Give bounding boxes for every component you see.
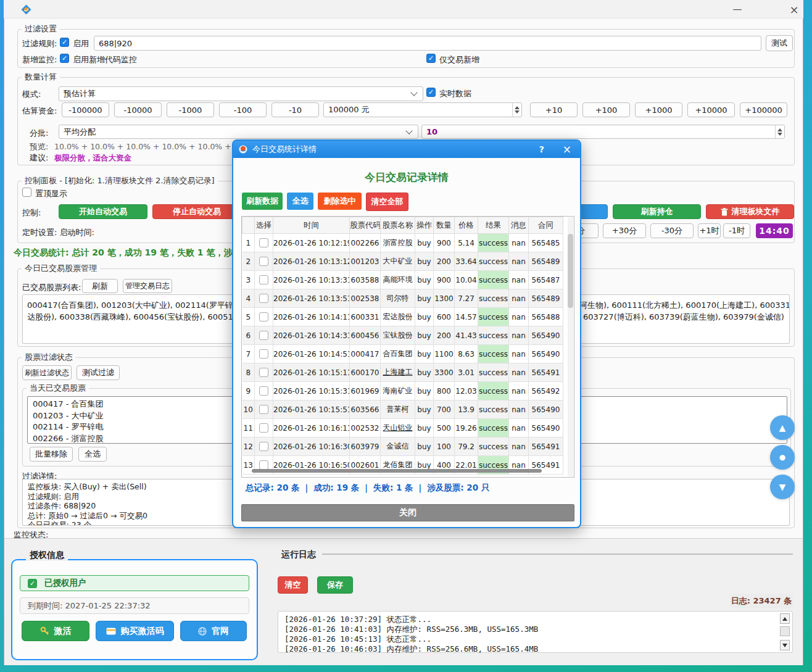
row-checkbox[interactable]	[259, 275, 268, 284]
batch-mode-select[interactable]: 平均分配	[59, 125, 418, 139]
column-header[interactable]: 合同	[529, 217, 563, 234]
log-scroll-up-button[interactable]	[780, 613, 790, 624]
table-row[interactable]: 92026-01-26 10:15:31601969海南矿业buy80012.0…	[242, 382, 563, 400]
official-website-button[interactable]: 官网	[180, 621, 247, 641]
capital-input[interactable]: 100000 元	[323, 102, 522, 117]
table-row[interactable]: 122026-01-26 10:16:30603979金诚信buy10079.2…	[242, 438, 563, 456]
row-checkbox[interactable]	[259, 294, 268, 303]
time-adjust-button[interactable]: +30分	[603, 223, 646, 238]
column-header[interactable]: 股票代码	[350, 217, 381, 234]
activate-button[interactable]: 激活	[22, 621, 89, 641]
row-checkbox[interactable]	[259, 349, 268, 359]
save-log-button[interactable]: 保存	[317, 576, 353, 594]
test-filter-button[interactable]: 测试过滤	[77, 365, 120, 380]
capital-dec-button[interactable]: -1000	[167, 102, 214, 117]
refresh-positions-button[interactable]: 刷新持仓	[613, 204, 701, 219]
time-adjust-button[interactable]: +1时	[698, 223, 721, 238]
table-row[interactable]: 72026-01-26 10:14:51000417合百集团buy11008.6…	[242, 345, 563, 363]
dialog-close-bar-button[interactable]: 关闭	[241, 504, 574, 521]
scroll-bottom-fab[interactable]: ▼	[770, 475, 795, 499]
row-checkbox[interactable]	[259, 423, 268, 433]
table-row[interactable]: 62026-01-26 10:14:31600456宝钛股份buy20041.4…	[242, 326, 563, 345]
table-row[interactable]: 102026-01-26 10:15:51603566普莱柯buy70013.9…	[242, 400, 563, 419]
capital-dec-button[interactable]: -100	[219, 102, 267, 117]
capital-inc-button[interactable]: +100000	[740, 102, 787, 117]
dialog-refresh-button[interactable]: 刷新数据	[242, 193, 283, 210]
column-header[interactable]: 选择	[255, 217, 273, 234]
new-monitor-checkbox[interactable]	[60, 54, 69, 63]
dialog-select-all-button[interactable]: 全选	[287, 193, 313, 210]
minimize-button[interactable]: —	[727, 0, 748, 19]
row-checkbox[interactable]	[259, 238, 268, 247]
row-checkbox[interactable]	[259, 405, 268, 414]
buy-activation-code-button[interactable]: 购买激活码	[96, 621, 174, 641]
column-header[interactable]: 消息	[509, 217, 529, 234]
row-checkbox[interactable]	[259, 386, 268, 396]
mode-select[interactable]: 预估计算	[59, 86, 423, 101]
column-header[interactable]: 数量	[434, 217, 455, 234]
column-header[interactable]: 时间	[273, 217, 350, 234]
capital-dec-button[interactable]: -100000	[62, 102, 109, 117]
log-output-box[interactable]: [2026-01-26 10:37:29] 状态正常...[2026-01-26…	[278, 611, 793, 653]
batch-count-input[interactable]: 10	[421, 125, 785, 139]
manage-trade-log-button[interactable]: 管理交易日志	[123, 279, 172, 293]
row-checkbox[interactable]	[259, 368, 268, 377]
row-checkbox[interactable]	[259, 331, 268, 340]
scroll-top-fab[interactable]: ▲	[770, 415, 795, 440]
row-checkbox[interactable]	[259, 312, 268, 321]
spinner-up-icon[interactable]	[777, 128, 782, 131]
time-adjust-button[interactable]: -30分	[650, 223, 694, 238]
dialog-titlebar[interactable]: 今日交易统计详情 ? ×	[233, 141, 580, 158]
spinner-down-icon[interactable]	[777, 133, 782, 136]
dialog-help-button[interactable]: ?	[539, 144, 544, 154]
topmost-checkbox[interactable]	[22, 188, 31, 197]
clean-board-files-button[interactable]: 清理板块文件	[706, 204, 794, 219]
capital-spinner[interactable]	[512, 103, 521, 117]
realtime-data-checkbox[interactable]	[426, 88, 436, 97]
batch-remove-button[interactable]: 批量移除	[30, 447, 73, 462]
log-scrollbar-thumb[interactable]	[780, 626, 790, 636]
start-auto-trade-button[interactable]: 开始自动交易	[59, 204, 147, 219]
table-row[interactable]: 32026-01-26 10:13:31603588高能环境buy90010.0…	[242, 271, 563, 289]
column-header[interactable]: 股票名称	[381, 217, 415, 234]
capital-inc-button[interactable]: +1000	[635, 102, 682, 117]
table-row[interactable]: 22026-01-26 10:13:12001203大中矿业buy20033.6…	[242, 252, 563, 271]
refresh-list-button[interactable]: 刷新	[82, 279, 118, 293]
capital-inc-button[interactable]: +10000	[687, 102, 735, 117]
row-checkbox[interactable]	[259, 460, 268, 470]
table-row[interactable]: 82026-01-26 10:15:11600170上海建工buy33003.0…	[242, 363, 563, 382]
scroll-middle-fab[interactable]: ●	[770, 445, 795, 470]
table-row[interactable]: 112026-01-26 10:16:11002532天山铝业buy50019.…	[242, 419, 563, 438]
log-scroll-down-button[interactable]	[780, 640, 790, 650]
close-button[interactable]: ×	[784, 0, 805, 19]
clear-log-button[interactable]: 清空	[278, 576, 308, 594]
row-checkbox[interactable]	[259, 442, 268, 451]
column-header[interactable]: 结果	[478, 217, 509, 234]
table-hscrollbar-thumb[interactable]	[252, 469, 542, 473]
stop-auto-trade-button[interactable]: 停止自动交易	[152, 204, 241, 219]
time-adjust-button[interactable]: -1时	[723, 223, 750, 238]
spinner-up-icon[interactable]	[515, 106, 520, 109]
spinner-down-icon[interactable]	[515, 110, 520, 114]
table-row[interactable]: 42026-01-26 10:13:51002538司尔特buy13007.27…	[242, 289, 563, 308]
capital-inc-button[interactable]: +10	[530, 102, 578, 117]
column-header[interactable]: 价格	[455, 217, 478, 234]
select-all-stocks-button[interactable]: 全选	[78, 447, 107, 462]
capital-dec-button[interactable]: -10000	[114, 102, 162, 117]
row-checkbox[interactable]	[259, 257, 268, 266]
table-vscrollbar-thumb[interactable]	[568, 234, 573, 308]
only-trade-new-checkbox[interactable]	[426, 54, 436, 63]
filter-rule-checkbox[interactable]	[60, 38, 69, 47]
dialog-clear-all-button[interactable]: 清空全部	[366, 193, 408, 211]
refresh-filter-status-button[interactable]: 刷新过滤状态	[22, 365, 72, 380]
capital-inc-button[interactable]: +100	[582, 102, 630, 117]
dialog-close-button[interactable]: ×	[563, 143, 571, 156]
filter-rule-input[interactable]: 688|920	[94, 36, 761, 51]
dialog-delete-selected-button[interactable]: 删除选中	[318, 193, 362, 210]
column-header[interactable]: 操作	[415, 217, 434, 234]
capital-dec-button[interactable]: -10	[271, 102, 319, 117]
test-button[interactable]: 测试	[766, 35, 793, 51]
batch-spinner[interactable]	[775, 125, 784, 138]
table-row[interactable]: 12026-01-26 10:12:19002266浙富控股buy9005.14…	[242, 234, 563, 252]
table-row[interactable]: 52026-01-26 10:14:11600331宏达股份buy60014.5…	[242, 308, 563, 326]
